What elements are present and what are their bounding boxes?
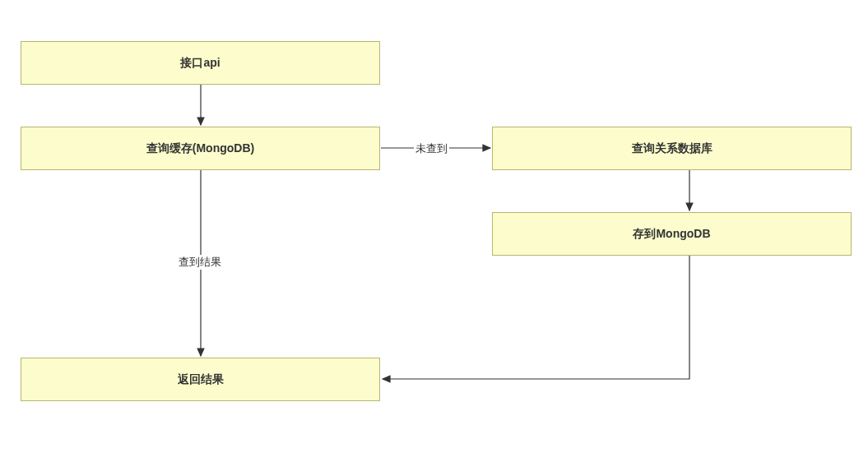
node-return-result: 返回结果: [21, 358, 380, 401]
node-query-cache: 查询缓存(MongoDB): [21, 127, 380, 170]
node-save-mongo: 存到MongoDB: [492, 212, 852, 256]
node-api: 接口api: [21, 41, 380, 85]
node-label: 接口api: [180, 56, 220, 71]
node-label: 查询缓存(MongoDB): [146, 141, 254, 156]
edge-text: 查到结果: [179, 256, 221, 268]
node-query-db: 查询关系数据库: [492, 127, 852, 170]
edge-label-not-found: 未查到: [414, 141, 449, 156]
node-label: 存到MongoDB: [633, 227, 710, 242]
edge-label-found: 查到结果: [177, 255, 223, 270]
node-label: 返回结果: [178, 372, 224, 387]
node-label: 查询关系数据库: [632, 141, 713, 156]
edge-text: 未查到: [415, 142, 448, 155]
